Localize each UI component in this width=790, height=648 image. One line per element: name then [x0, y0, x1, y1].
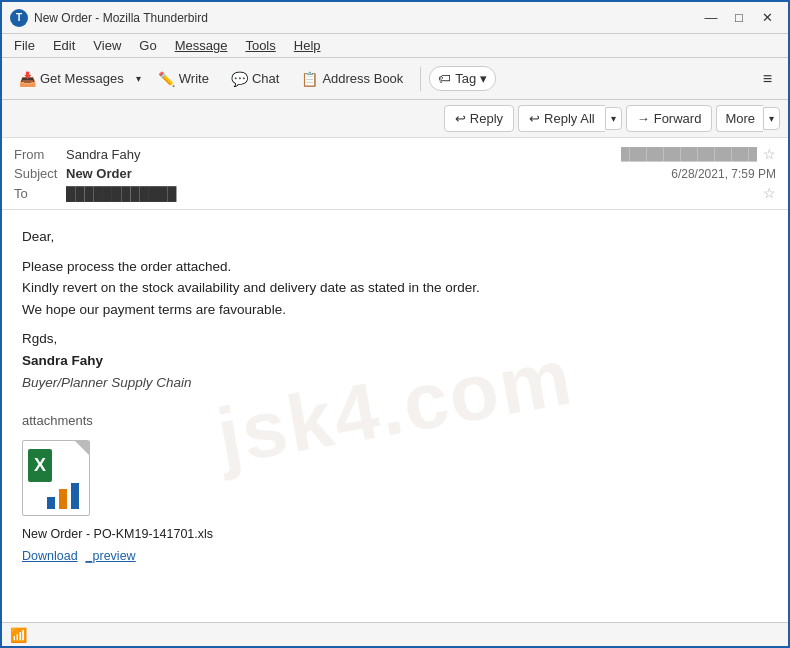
reply-all-icon: ↩ — [529, 111, 540, 126]
minimize-button[interactable]: — — [698, 7, 724, 29]
tag-icon: 🏷 — [438, 71, 451, 86]
write-button[interactable]: ✏️ Write — [149, 66, 218, 92]
window-title: New Order - Mozilla Thunderbird — [34, 11, 698, 25]
menu-message[interactable]: Message — [167, 36, 236, 55]
svg-rect-0 — [47, 497, 55, 509]
email-header: From Sandra Fahy ████████████████ ☆ Subj… — [2, 138, 788, 210]
subject-row: Subject New Order 6/28/2021, 7:59 PM — [14, 164, 776, 183]
menu-view[interactable]: View — [85, 36, 129, 55]
menu-help[interactable]: Help — [286, 36, 329, 55]
to-row: To ████████████ ☆ — [14, 183, 776, 203]
more-arrow-button[interactable]: ▾ — [763, 107, 780, 130]
email-content: Dear, Please process the order attached.… — [22, 226, 768, 566]
title-bar: T New Order - Mozilla Thunderbird — □ ✕ — [2, 2, 788, 34]
attachment-filename: New Order - PO-KM19-141701.xls — [22, 524, 213, 544]
main-window: T New Order - Mozilla Thunderbird — □ ✕ … — [0, 0, 790, 648]
toolbar-separator — [420, 67, 421, 91]
get-messages-button[interactable]: 📥 Get Messages — [10, 66, 133, 92]
forward-icon: → — [637, 111, 650, 126]
date-value: 6/28/2021, 7:59 PM — [671, 167, 776, 181]
menu-bar: File Edit View Go Message Tools Help — [2, 34, 788, 58]
email-body: jsk4.com Dear, Please process the order … — [2, 210, 788, 622]
greeting: Dear, — [22, 226, 768, 248]
sender-title: Buyer/Planner Supply Chain — [22, 375, 192, 390]
reply-toolbar: ↩ Reply ↩ Reply All ▾ → Forward More ▾ — [2, 100, 788, 138]
to-star-icon[interactable]: ☆ — [763, 185, 776, 201]
reply-all-button[interactable]: ↩ Reply All — [518, 105, 605, 132]
toolbar-right: ≡ — [755, 66, 780, 92]
star-icon[interactable]: ☆ — [763, 146, 776, 162]
menu-file[interactable]: File — [6, 36, 43, 55]
subject-label: Subject — [14, 166, 66, 181]
preview-link[interactable]: _preview — [86, 546, 136, 566]
maximize-button[interactable]: □ — [726, 7, 752, 29]
chart-svg — [45, 479, 87, 511]
from-name: Sandra Fahy — [66, 147, 617, 162]
attachment-actions: Download _preview — [22, 546, 136, 566]
subject-value: New Order — [66, 166, 671, 181]
wifi-icon: 📶 — [10, 627, 27, 643]
attachment-icon: X — [22, 440, 102, 520]
from-row: From Sandra Fahy ████████████████ ☆ — [14, 144, 776, 164]
xls-badge: X — [28, 449, 52, 482]
tag-arrow-icon: ▾ — [480, 71, 487, 86]
svg-rect-1 — [59, 489, 67, 509]
body-line1: Please process the order attached. Kindl… — [22, 256, 768, 321]
main-toolbar: 📥 Get Messages ▾ ✏️ Write 💬 Chat 📋 Addre… — [2, 58, 788, 100]
reply-all-arrow-button[interactable]: ▾ — [605, 107, 622, 130]
reply-icon: ↩ — [455, 111, 466, 126]
chat-icon: 💬 — [231, 71, 248, 87]
menu-edit[interactable]: Edit — [45, 36, 83, 55]
status-bar: 📶 — [2, 622, 788, 646]
address-book-button[interactable]: 📋 Address Book — [292, 66, 412, 92]
forward-button[interactable]: → Forward — [626, 105, 713, 132]
reply-all-group: ↩ Reply All ▾ — [518, 105, 622, 132]
from-label: From — [14, 147, 66, 162]
menu-go[interactable]: Go — [131, 36, 164, 55]
to-label: To — [14, 186, 66, 201]
reply-button[interactable]: ↩ Reply — [444, 105, 514, 132]
sender-name: Sandra Fahy — [22, 353, 103, 368]
get-messages-icon: 📥 — [19, 71, 36, 87]
address-book-icon: 📋 — [301, 71, 318, 87]
chat-button[interactable]: 💬 Chat — [222, 66, 288, 92]
get-messages-arrow[interactable]: ▾ — [133, 68, 145, 89]
attachments-section: attachments X — [22, 411, 768, 566]
more-group: More ▾ — [716, 105, 780, 132]
window-controls: — □ ✕ — [698, 7, 780, 29]
app-icon: T — [10, 9, 28, 27]
from-email: ████████████████ — [621, 147, 757, 161]
xls-file-icon: X — [22, 440, 90, 516]
more-button[interactable]: More — [716, 105, 763, 132]
tag-button[interactable]: 🏷 Tag ▾ — [429, 66, 496, 91]
menu-tools[interactable]: Tools — [237, 36, 283, 55]
svg-rect-2 — [71, 483, 79, 509]
attachments-label: attachments — [22, 411, 768, 432]
sign-off: Rgds, Sandra Fahy Buyer/Planner Supply C… — [22, 328, 768, 393]
attachment-item[interactable]: X New Order - PO-KM19-141701.xls Downloa… — [22, 440, 213, 566]
write-icon: ✏️ — [158, 71, 175, 87]
fold-corner — [75, 441, 89, 455]
download-link[interactable]: Download — [22, 546, 78, 566]
get-messages-group: 📥 Get Messages ▾ — [10, 66, 145, 92]
hamburger-menu-button[interactable]: ≡ — [755, 66, 780, 92]
close-button[interactable]: ✕ — [754, 7, 780, 29]
to-value: ████████████ — [66, 186, 757, 201]
